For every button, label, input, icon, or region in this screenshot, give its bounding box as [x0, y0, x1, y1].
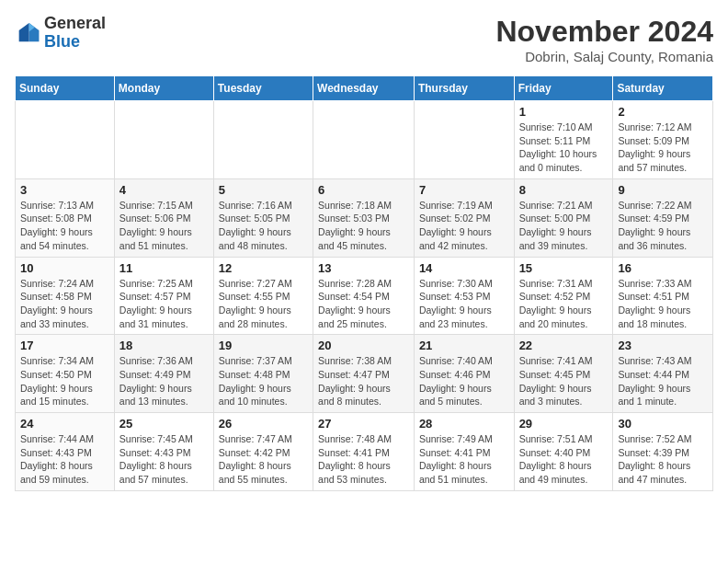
day-info: Sunrise: 7:10 AMSunset: 5:11 PMDaylight:…: [519, 121, 609, 175]
day-info: Sunrise: 7:47 AMSunset: 4:42 PMDaylight:…: [219, 432, 308, 487]
calendar-cell: 16Sunrise: 7:33 AMSunset: 4:51 PMDayligh…: [613, 257, 713, 335]
calendar-cell: 4Sunrise: 7:15 AMSunset: 5:06 PMDaylight…: [114, 178, 213, 257]
calendar-cell: 30Sunrise: 7:52 AMSunset: 4:39 PMDayligh…: [613, 413, 713, 491]
calendar-cell: [414, 101, 514, 179]
calendar-cell: [114, 101, 213, 179]
calendar-cell: 17Sunrise: 7:34 AMSunset: 4:50 PMDayligh…: [16, 335, 115, 413]
svg-marker-1: [19, 23, 29, 41]
day-info: Sunrise: 7:49 AMSunset: 4:41 PMDaylight:…: [419, 432, 509, 487]
day-info: Sunrise: 7:19 AMSunset: 5:02 PMDaylight:…: [419, 199, 509, 253]
calendar-cell: 15Sunrise: 7:31 AMSunset: 4:52 PMDayligh…: [514, 257, 613, 335]
day-info: Sunrise: 7:41 AMSunset: 4:45 PMDaylight:…: [519, 354, 609, 408]
day-info: Sunrise: 7:22 AMSunset: 4:59 PMDaylight:…: [618, 199, 708, 253]
day-info: Sunrise: 7:51 AMSunset: 4:40 PMDaylight:…: [519, 432, 609, 487]
weekday-header-saturday: Saturday: [613, 76, 713, 101]
calendar-cell: 9Sunrise: 7:22 AMSunset: 4:59 PMDaylight…: [613, 178, 713, 257]
calendar-cell: 5Sunrise: 7:16 AMSunset: 5:05 PMDaylight…: [213, 178, 313, 257]
calendar-cell: 13Sunrise: 7:28 AMSunset: 4:54 PMDayligh…: [313, 257, 415, 335]
day-info: Sunrise: 7:13 AMSunset: 5:08 PMDaylight:…: [20, 199, 109, 253]
day-number: 19: [219, 339, 308, 352]
day-info: Sunrise: 7:36 AMSunset: 4:49 PMDaylight:…: [119, 354, 209, 408]
day-info: Sunrise: 7:16 AMSunset: 5:05 PMDaylight:…: [219, 199, 308, 253]
day-info: Sunrise: 7:28 AMSunset: 4:54 PMDaylight:…: [318, 277, 409, 331]
day-info: Sunrise: 7:24 AMSunset: 4:58 PMDaylight:…: [20, 277, 109, 331]
day-number: 3: [20, 183, 109, 197]
day-number: 5: [219, 183, 308, 197]
weekday-header-thursday: Thursday: [414, 76, 514, 101]
location-subtitle: Dobrin, Salaj County, Romania: [495, 49, 713, 64]
day-number: 7: [419, 183, 509, 197]
calendar-cell: 11Sunrise: 7:25 AMSunset: 4:57 PMDayligh…: [114, 257, 213, 335]
day-number: 14: [419, 261, 509, 275]
day-info: Sunrise: 7:44 AMSunset: 4:43 PMDaylight:…: [20, 432, 109, 487]
day-number: 12: [219, 261, 308, 275]
day-number: 26: [219, 417, 308, 431]
day-number: 15: [519, 261, 609, 275]
day-info: Sunrise: 7:43 AMSunset: 4:44 PMDaylight:…: [618, 354, 708, 408]
calendar-cell: 27Sunrise: 7:48 AMSunset: 4:41 PMDayligh…: [313, 413, 415, 491]
day-info: Sunrise: 7:25 AMSunset: 4:57 PMDaylight:…: [119, 277, 209, 331]
calendar-week-row: 17Sunrise: 7:34 AMSunset: 4:50 PMDayligh…: [16, 335, 713, 413]
calendar-cell: 3Sunrise: 7:13 AMSunset: 5:08 PMDaylight…: [16, 178, 115, 257]
day-number: 13: [318, 261, 409, 275]
calendar-cell: 26Sunrise: 7:47 AMSunset: 4:42 PMDayligh…: [213, 413, 313, 491]
day-number: 6: [318, 183, 409, 197]
weekday-header-friday: Friday: [514, 76, 613, 101]
day-info: Sunrise: 7:45 AMSunset: 4:43 PMDaylight:…: [119, 432, 209, 487]
day-info: Sunrise: 7:21 AMSunset: 5:00 PMDaylight:…: [519, 199, 609, 253]
day-number: 24: [20, 417, 109, 431]
day-number: 29: [519, 417, 609, 431]
calendar-cell: 8Sunrise: 7:21 AMSunset: 5:00 PMDaylight…: [514, 178, 613, 257]
calendar-week-row: 3Sunrise: 7:13 AMSunset: 5:08 PMDaylight…: [16, 178, 713, 257]
logo-icon: [15, 20, 40, 46]
calendar-cell: 29Sunrise: 7:51 AMSunset: 4:40 PMDayligh…: [514, 413, 613, 491]
calendar-cell: 2Sunrise: 7:12 AMSunset: 5:09 PMDaylight…: [613, 101, 713, 179]
day-info: Sunrise: 7:27 AMSunset: 4:55 PMDaylight:…: [219, 277, 308, 331]
calendar-cell: 21Sunrise: 7:40 AMSunset: 4:46 PMDayligh…: [414, 335, 514, 413]
calendar-week-row: 24Sunrise: 7:44 AMSunset: 4:43 PMDayligh…: [16, 413, 713, 491]
calendar-cell: [16, 101, 115, 179]
calendar-cell: 18Sunrise: 7:36 AMSunset: 4:49 PMDayligh…: [114, 335, 213, 413]
calendar-cell: 7Sunrise: 7:19 AMSunset: 5:02 PMDaylight…: [414, 178, 514, 257]
day-number: 25: [119, 417, 209, 431]
weekday-header-tuesday: Tuesday: [213, 76, 313, 101]
logo-blue-text: Blue: [44, 32, 80, 51]
weekday-header-row: SundayMondayTuesdayWednesdayThursdayFrid…: [16, 76, 713, 101]
day-number: 1: [519, 105, 609, 119]
calendar-cell: 28Sunrise: 7:49 AMSunset: 4:41 PMDayligh…: [414, 413, 514, 491]
day-info: Sunrise: 7:38 AMSunset: 4:47 PMDaylight:…: [318, 354, 409, 408]
day-number: 22: [519, 339, 609, 352]
calendar-cell: 14Sunrise: 7:30 AMSunset: 4:53 PMDayligh…: [414, 257, 514, 335]
calendar-cell: 19Sunrise: 7:37 AMSunset: 4:48 PMDayligh…: [213, 335, 313, 413]
day-info: Sunrise: 7:31 AMSunset: 4:52 PMDaylight:…: [519, 277, 609, 331]
day-number: 28: [419, 417, 509, 431]
calendar-week-row: 1Sunrise: 7:10 AMSunset: 5:11 PMDaylight…: [16, 101, 713, 179]
day-number: 17: [20, 339, 109, 352]
calendar-cell: 22Sunrise: 7:41 AMSunset: 4:45 PMDayligh…: [514, 335, 613, 413]
calendar-cell: 1Sunrise: 7:10 AMSunset: 5:11 PMDaylight…: [514, 101, 613, 179]
day-info: Sunrise: 7:12 AMSunset: 5:09 PMDaylight:…: [618, 121, 708, 175]
day-info: Sunrise: 7:30 AMSunset: 4:53 PMDaylight:…: [419, 277, 509, 331]
day-info: Sunrise: 7:48 AMSunset: 4:41 PMDaylight:…: [318, 432, 409, 487]
day-info: Sunrise: 7:52 AMSunset: 4:39 PMDaylight:…: [618, 432, 708, 487]
calendar-cell: 12Sunrise: 7:27 AMSunset: 4:55 PMDayligh…: [213, 257, 313, 335]
day-number: 21: [419, 339, 509, 352]
calendar-cell: [213, 101, 313, 179]
calendar-cell: [313, 101, 415, 179]
day-number: 30: [618, 417, 708, 431]
calendar-cell: 23Sunrise: 7:43 AMSunset: 4:44 PMDayligh…: [613, 335, 713, 413]
day-number: 4: [119, 183, 209, 197]
calendar-cell: 6Sunrise: 7:18 AMSunset: 5:03 PMDaylight…: [313, 178, 415, 257]
day-info: Sunrise: 7:37 AMSunset: 4:48 PMDaylight:…: [219, 354, 308, 408]
weekday-header-monday: Monday: [114, 76, 213, 101]
day-number: 8: [519, 183, 609, 197]
title-section: November 2024 Dobrin, Salaj County, Roma…: [495, 15, 713, 64]
day-number: 11: [119, 261, 209, 275]
day-number: 9: [618, 183, 708, 197]
day-number: 27: [318, 417, 409, 431]
day-number: 23: [618, 339, 708, 352]
calendar-cell: 20Sunrise: 7:38 AMSunset: 4:47 PMDayligh…: [313, 335, 415, 413]
logo-general-text: General: [44, 14, 106, 32]
day-number: 20: [318, 339, 409, 352]
logo: General Blue: [15, 15, 106, 52]
